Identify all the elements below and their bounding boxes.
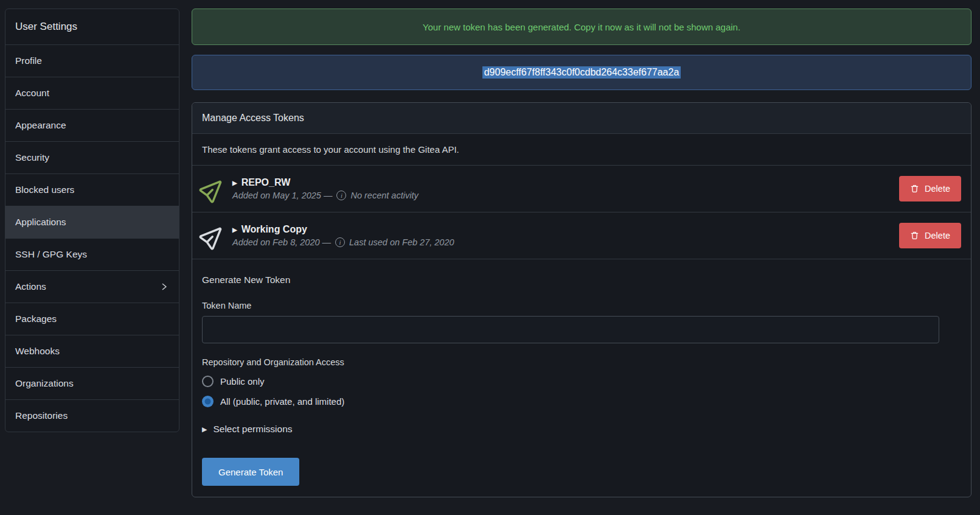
- sidebar-item-applications[interactable]: Applications: [5, 206, 179, 238]
- sidebar-item-organizations[interactable]: Organizations: [5, 367, 179, 399]
- generate-token-heading: Generate New Token: [202, 275, 961, 286]
- radio-label: All (public, private, and limited): [220, 396, 344, 407]
- sidebar-item-blocked-users[interactable]: Blocked users: [5, 173, 179, 206]
- sidebar-item-label: Organizations: [15, 378, 74, 389]
- radio-option-all-access[interactable]: All (public, private, and limited): [202, 396, 344, 407]
- page-layout: User Settings Profile Account Appearance…: [0, 0, 980, 497]
- sidebar-item-label: Account: [15, 88, 49, 99]
- delete-token-button[interactable]: Delete: [899, 176, 961, 201]
- token-name-label: Token Name: [202, 301, 961, 310]
- token-added-text: Added on Feb 8, 2020 —: [232, 237, 331, 247]
- delete-token-button[interactable]: Delete: [899, 223, 961, 248]
- token-activity-text: No recent activity: [350, 191, 418, 200]
- token-row-text: ▶ Working Copy Added on Feb 8, 2020 — i …: [232, 224, 899, 247]
- select-permissions-toggle[interactable]: ▶ Select permissions: [202, 424, 293, 435]
- sidebar-item-webhooks[interactable]: Webhooks: [5, 335, 179, 367]
- sidebar-item-repositories[interactable]: Repositories: [5, 399, 179, 432]
- sidebar-item-label: Repositories: [15, 410, 68, 421]
- token-meta: Added on Feb 8, 2020 — i Last used on Fe…: [232, 237, 899, 247]
- panel-title: Manage Access Tokens: [192, 103, 971, 134]
- sidebar-item-profile[interactable]: Profile: [5, 44, 179, 77]
- token-row: ▶ Working Copy Added on Feb 8, 2020 — i …: [192, 212, 971, 259]
- sidebar-item-packages[interactable]: Packages: [5, 303, 179, 335]
- sidebar-item-appearance[interactable]: Appearance: [5, 109, 179, 141]
- collapsed-triangle-icon: ▶: [232, 180, 237, 186]
- info-icon: i: [336, 191, 346, 200]
- access-scope-label: Repository and Organization Access: [202, 357, 961, 367]
- sidebar-item-label: Applications: [15, 217, 66, 228]
- sidebar-item-label: Blocked users: [15, 184, 74, 195]
- trash-icon: [910, 231, 919, 240]
- token-row-text: ▶ REPO_RW Added on May 1, 2025 — i No re…: [232, 177, 899, 200]
- radio-option-public-only[interactable]: Public only: [202, 376, 265, 387]
- token-name: Working Copy: [242, 224, 307, 235]
- delete-button-label: Delete: [925, 231, 950, 240]
- token-name-input[interactable]: [202, 316, 939, 343]
- radio-label: Public only: [220, 376, 265, 387]
- success-banner-text: Your new token has been generated. Copy …: [423, 22, 740, 32]
- token-name-toggle[interactable]: ▶ Working Copy: [232, 224, 899, 235]
- token-meta: Added on May 1, 2025 — i No recent activ…: [232, 191, 899, 200]
- delete-button-label: Delete: [925, 184, 950, 194]
- sidebar-item-security[interactable]: Security: [5, 141, 179, 173]
- success-banner: Your new token has been generated. Copy …: [192, 9, 971, 45]
- token-row: ▶ REPO_RW Added on May 1, 2025 — i No re…: [192, 166, 971, 212]
- settings-sidebar: User Settings Profile Account Appearance…: [5, 9, 179, 432]
- access-tokens-panel: Manage Access Tokens These tokens grant …: [192, 102, 971, 497]
- token-activity-text: Last used on Feb 27, 2020: [349, 237, 454, 247]
- collapsed-triangle-icon: ▶: [232, 226, 237, 233]
- token-name: REPO_RW: [242, 177, 291, 188]
- sidebar-item-label: Webhooks: [15, 346, 60, 357]
- generate-token-button[interactable]: Generate Token: [202, 458, 299, 486]
- select-permissions-label: Select permissions: [213, 424, 292, 435]
- sidebar-item-account[interactable]: Account: [5, 77, 179, 109]
- trash-icon: [910, 184, 919, 194]
- sidebar-item-label: Packages: [15, 314, 57, 324]
- sidebar-item-label: Appearance: [15, 120, 66, 131]
- info-icon: i: [335, 237, 345, 247]
- sidebar-item-label: Security: [15, 152, 49, 163]
- radio-button[interactable]: [202, 376, 214, 387]
- collapsed-triangle-icon: ▶: [202, 426, 207, 433]
- panel-description: These tokens grant access to your accoun…: [192, 134, 971, 166]
- sidebar-title: User Settings: [5, 9, 179, 44]
- main-content: Your new token has been generated. Copy …: [192, 9, 971, 497]
- sidebar-item-label: Profile: [15, 55, 42, 66]
- paper-plane-icon: [197, 173, 229, 205]
- generate-token-section: Generate New Token Token Name Repository…: [192, 259, 971, 497]
- token-value-selected-text[interactable]: d909ecff67f8ff343c0f0cdbd264c33ef677aa2a: [482, 66, 681, 79]
- token-name-toggle[interactable]: ▶ REPO_RW: [232, 177, 899, 188]
- sidebar-item-ssh-gpg-keys[interactable]: SSH / GPG Keys: [5, 238, 179, 270]
- new-token-display[interactable]: d909ecff67f8ff343c0f0cdbd264c33ef677aa2a: [192, 55, 971, 90]
- sidebar-item-actions[interactable]: Actions: [5, 270, 179, 303]
- chevron-right-icon: [159, 282, 169, 292]
- sidebar-item-label: Actions: [15, 281, 46, 292]
- token-added-text: Added on May 1, 2025 —: [232, 191, 332, 200]
- paper-plane-icon: [197, 220, 229, 251]
- sidebar-item-label: SSH / GPG Keys: [15, 249, 87, 260]
- radio-button[interactable]: [202, 396, 214, 407]
